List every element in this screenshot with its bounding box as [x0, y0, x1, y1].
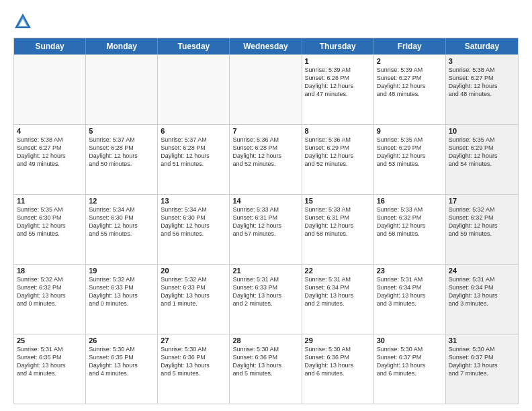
day-number: 26 [89, 336, 154, 345]
cal-cell-r4-c4: 21Sunrise: 5:31 AM Sunset: 6:33 PM Dayli… [230, 265, 302, 334]
cell-info: Sunrise: 5:37 AM Sunset: 6:28 PM Dayligh… [161, 136, 226, 169]
cell-info: Sunrise: 5:30 AM Sunset: 6:36 PM Dayligh… [305, 345, 371, 378]
cell-info: Sunrise: 5:35 AM Sunset: 6:29 PM Dayligh… [377, 136, 443, 169]
calendar-body: 1Sunrise: 5:39 AM Sunset: 6:26 PM Daylig… [14, 54, 518, 404]
cell-info: Sunrise: 5:30 AM Sunset: 6:36 PM Dayligh… [161, 345, 226, 378]
cell-info: Sunrise: 5:32 AM Sunset: 6:33 PM Dayligh… [89, 275, 154, 308]
day-number: 27 [161, 336, 226, 345]
cell-info: Sunrise: 5:35 AM Sunset: 6:29 PM Dayligh… [449, 136, 515, 169]
cal-cell-r1-c2 [86, 55, 158, 124]
day-header-wednesday: Wednesday [230, 38, 302, 54]
cal-cell-r5-c4: 28Sunrise: 5:30 AM Sunset: 6:36 PM Dayli… [230, 334, 302, 404]
day-number: 19 [89, 267, 154, 275]
day-number: 1 [305, 57, 371, 65]
cell-info: Sunrise: 5:33 AM Sunset: 6:31 PM Dayligh… [305, 205, 371, 238]
day-number: 25 [17, 336, 83, 345]
cell-info: Sunrise: 5:37 AM Sunset: 6:28 PM Dayligh… [89, 136, 154, 169]
cal-cell-r1-c5: 1Sunrise: 5:39 AM Sunset: 6:26 PM Daylig… [302, 55, 374, 124]
cell-info: Sunrise: 5:39 AM Sunset: 6:26 PM Dayligh… [305, 66, 371, 99]
day-number: 7 [232, 127, 298, 135]
cell-info: Sunrise: 5:31 AM Sunset: 6:34 PM Dayligh… [305, 275, 371, 308]
logo-icon [13, 12, 32, 31]
cal-cell-r4-c2: 19Sunrise: 5:32 AM Sunset: 6:33 PM Dayli… [86, 265, 158, 334]
day-number: 11 [17, 197, 83, 205]
day-header-friday: Friday [374, 38, 446, 54]
cell-info: Sunrise: 5:36 AM Sunset: 6:28 PM Dayligh… [232, 136, 298, 169]
calendar-header: SundayMondayTuesdayWednesdayThursdayFrid… [14, 38, 518, 54]
cell-info: Sunrise: 5:30 AM Sunset: 6:37 PM Dayligh… [377, 345, 443, 378]
day-number: 9 [377, 127, 443, 135]
cal-cell-r2-c4: 7Sunrise: 5:36 AM Sunset: 6:28 PM Daylig… [230, 125, 302, 194]
cal-cell-r3-c1: 11Sunrise: 5:35 AM Sunset: 6:30 PM Dayli… [14, 195, 86, 264]
day-number: 18 [17, 267, 83, 275]
cal-cell-r3-c7: 17Sunrise: 5:32 AM Sunset: 6:32 PM Dayli… [446, 195, 518, 264]
day-number: 29 [305, 336, 371, 345]
cal-cell-r5-c5: 29Sunrise: 5:30 AM Sunset: 6:36 PM Dayli… [302, 334, 374, 404]
day-number: 22 [305, 267, 371, 275]
cell-info: Sunrise: 5:32 AM Sunset: 6:33 PM Dayligh… [161, 275, 226, 308]
day-number: 31 [449, 336, 515, 345]
day-number: 24 [449, 267, 515, 275]
cal-cell-r1-c3 [158, 55, 230, 124]
cal-cell-r2-c3: 6Sunrise: 5:37 AM Sunset: 6:28 PM Daylig… [158, 125, 230, 194]
cal-cell-r2-c5: 8Sunrise: 5:36 AM Sunset: 6:29 PM Daylig… [302, 125, 374, 194]
cell-info: Sunrise: 5:38 AM Sunset: 6:27 PM Dayligh… [449, 66, 515, 99]
day-number: 8 [305, 127, 371, 135]
day-number: 20 [161, 267, 226, 275]
cal-cell-r5-c7: 31Sunrise: 5:30 AM Sunset: 6:37 PM Dayli… [446, 334, 518, 404]
calendar-row-2: 4Sunrise: 5:38 AM Sunset: 6:27 PM Daylig… [14, 124, 518, 194]
cell-info: Sunrise: 5:34 AM Sunset: 6:30 PM Dayligh… [161, 205, 226, 238]
cal-cell-r3-c2: 12Sunrise: 5:34 AM Sunset: 6:30 PM Dayli… [86, 195, 158, 264]
cal-cell-r3-c5: 15Sunrise: 5:33 AM Sunset: 6:31 PM Dayli… [302, 195, 374, 264]
day-header-thursday: Thursday [302, 38, 374, 54]
day-number: 2 [377, 57, 443, 65]
header [13, 12, 519, 31]
cal-cell-r2-c7: 10Sunrise: 5:35 AM Sunset: 6:29 PM Dayli… [446, 125, 518, 194]
day-number: 17 [449, 197, 515, 205]
day-header-monday: Monday [86, 38, 158, 54]
logo [13, 12, 35, 31]
cal-cell-r3-c3: 13Sunrise: 5:34 AM Sunset: 6:30 PM Dayli… [158, 195, 230, 264]
cal-cell-r4-c3: 20Sunrise: 5:32 AM Sunset: 6:33 PM Dayli… [158, 265, 230, 334]
cell-info: Sunrise: 5:30 AM Sunset: 6:37 PM Dayligh… [449, 345, 515, 378]
cell-info: Sunrise: 5:38 AM Sunset: 6:27 PM Dayligh… [17, 136, 83, 169]
cal-cell-r3-c6: 16Sunrise: 5:33 AM Sunset: 6:32 PM Dayli… [374, 195, 446, 264]
cal-cell-r4-c5: 22Sunrise: 5:31 AM Sunset: 6:34 PM Dayli… [302, 265, 374, 334]
cal-cell-r3-c4: 14Sunrise: 5:33 AM Sunset: 6:31 PM Dayli… [230, 195, 302, 264]
day-number: 4 [17, 127, 83, 135]
day-number: 21 [232, 267, 298, 275]
cell-info: Sunrise: 5:39 AM Sunset: 6:27 PM Dayligh… [377, 66, 443, 99]
calendar-row-5: 25Sunrise: 5:31 AM Sunset: 6:35 PM Dayli… [14, 334, 518, 404]
day-number: 3 [449, 57, 515, 65]
cal-cell-r5-c2: 26Sunrise: 5:30 AM Sunset: 6:35 PM Dayli… [86, 334, 158, 404]
cell-info: Sunrise: 5:33 AM Sunset: 6:31 PM Dayligh… [232, 205, 298, 238]
day-number: 15 [305, 197, 371, 205]
day-number: 23 [377, 267, 443, 275]
calendar-row-4: 18Sunrise: 5:32 AM Sunset: 6:32 PM Dayli… [14, 264, 518, 334]
cal-cell-r5-c6: 30Sunrise: 5:30 AM Sunset: 6:37 PM Dayli… [374, 334, 446, 404]
day-header-saturday: Saturday [446, 38, 518, 54]
calendar-row-1: 1Sunrise: 5:39 AM Sunset: 6:26 PM Daylig… [14, 54, 518, 124]
day-number: 28 [232, 336, 298, 345]
cell-info: Sunrise: 5:31 AM Sunset: 6:33 PM Dayligh… [232, 275, 298, 308]
day-number: 10 [449, 127, 515, 135]
day-header-tuesday: Tuesday [158, 38, 230, 54]
cell-info: Sunrise: 5:31 AM Sunset: 6:35 PM Dayligh… [17, 345, 83, 378]
day-number: 30 [377, 336, 443, 345]
day-number: 12 [89, 197, 154, 205]
cal-cell-r5-c1: 25Sunrise: 5:31 AM Sunset: 6:35 PM Dayli… [14, 334, 86, 404]
day-number: 16 [377, 197, 443, 205]
cal-cell-r1-c1 [14, 55, 86, 124]
calendar: SundayMondayTuesdayWednesdayThursdayFrid… [13, 38, 519, 404]
day-number: 13 [161, 197, 226, 205]
day-number: 14 [232, 197, 298, 205]
cal-cell-r5-c3: 27Sunrise: 5:30 AM Sunset: 6:36 PM Dayli… [158, 334, 230, 404]
calendar-row-3: 11Sunrise: 5:35 AM Sunset: 6:30 PM Dayli… [14, 194, 518, 264]
cell-info: Sunrise: 5:30 AM Sunset: 6:35 PM Dayligh… [89, 345, 154, 378]
cal-cell-r1-c7: 3Sunrise: 5:38 AM Sunset: 6:27 PM Daylig… [446, 55, 518, 124]
cell-info: Sunrise: 5:33 AM Sunset: 6:32 PM Dayligh… [377, 205, 443, 238]
cell-info: Sunrise: 5:30 AM Sunset: 6:36 PM Dayligh… [232, 345, 298, 378]
cal-cell-r2-c2: 5Sunrise: 5:37 AM Sunset: 6:28 PM Daylig… [86, 125, 158, 194]
day-number: 5 [89, 127, 154, 135]
cell-info: Sunrise: 5:31 AM Sunset: 6:34 PM Dayligh… [377, 275, 443, 308]
